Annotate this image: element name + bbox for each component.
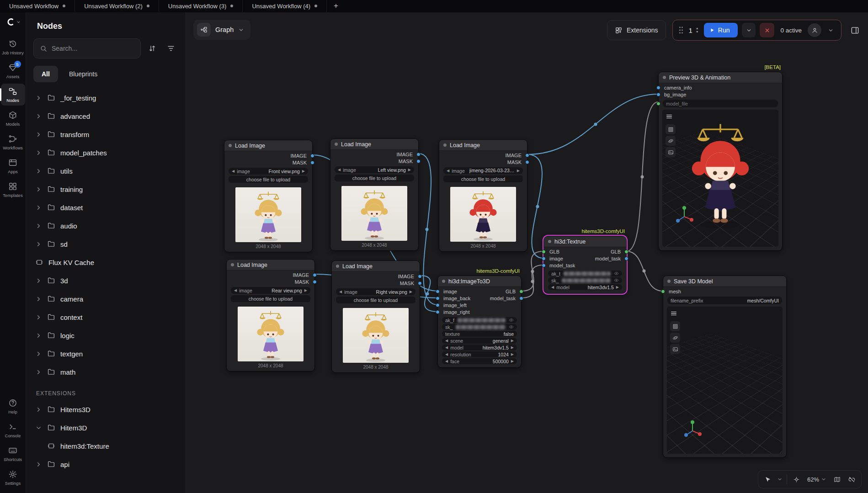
node-preview-3d[interactable]: [BETA] Preview 3D & Animation camera_inf… — [658, 72, 783, 251]
3d-viewport[interactable] — [667, 307, 783, 454]
eye-icon[interactable] — [509, 324, 514, 329]
node-header[interactable]: Load Image — [227, 260, 314, 270]
combo-prev-icon[interactable]: ◀ — [445, 352, 448, 356]
texture-toggle-widget[interactable]: texturefalse — [442, 331, 517, 337]
combo-next-icon[interactable]: ▶ — [511, 352, 514, 356]
image-combo-widget[interactable]: ◀imageFront view.png▶ — [229, 168, 308, 175]
app-logo[interactable] — [5, 17, 21, 27]
collapse-dot-icon[interactable] — [548, 240, 551, 243]
grid-toggle-button[interactable] — [666, 124, 676, 134]
tab-workflow-2[interactable]: Unsaved Workflow (2) — [75, 0, 159, 12]
input-pin-image[interactable] — [436, 289, 440, 293]
combo-next-icon[interactable]: ▶ — [616, 285, 619, 289]
combo-prev-icon[interactable]: ◀ — [551, 285, 554, 289]
node-header[interactable]: Save 3D Model — [663, 276, 786, 287]
tree-item-api[interactable]: api — [31, 455, 181, 473]
collapse-dot-icon[interactable] — [335, 143, 338, 146]
rail-item-templates[interactable]: Templates — [1, 179, 25, 201]
output-pin-glb[interactable] — [624, 249, 628, 254]
node-load-image-right[interactable]: Load Image IMAGE MASK ◀imageRight view.p… — [331, 260, 420, 373]
fit-view-button[interactable] — [790, 472, 804, 486]
search-box[interactable] — [33, 38, 141, 58]
tree-item-textgen[interactable]: textgen — [31, 345, 181, 363]
input-pin-image-left[interactable] — [436, 303, 440, 307]
node-load-image-left[interactable]: Load Image IMAGE MASK ◀imageLeft view.pn… — [330, 138, 419, 251]
orbit-button[interactable] — [670, 333, 680, 343]
rail-item-settings[interactable]: Settings — [1, 466, 25, 488]
tree-item-sd[interactable]: sd — [31, 235, 181, 253]
tab-all[interactable]: All — [33, 66, 58, 82]
node-header[interactable]: hi3d:ImageTo3D — [438, 276, 521, 287]
viewport-menu-icon[interactable] — [666, 113, 673, 120]
collapse-dot-icon[interactable] — [443, 143, 447, 147]
combo-next-icon[interactable]: ▶ — [511, 359, 514, 363]
extensions-button[interactable]: Extensions — [607, 20, 666, 40]
new-workflow-button[interactable]: + — [327, 0, 345, 12]
upload-button[interactable]: choose file to upload — [443, 175, 523, 182]
tree-item-for-testing[interactable]: _for_testing — [31, 89, 181, 107]
collapse-dot-icon[interactable] — [442, 280, 445, 283]
combo-next-icon[interactable]: ▶ — [511, 345, 514, 350]
eye-icon[interactable] — [614, 278, 619, 283]
output-pin-image[interactable] — [310, 154, 314, 158]
output-pin-mask[interactable] — [313, 280, 317, 284]
axis-gizmo[interactable] — [682, 419, 703, 441]
combo-next-icon[interactable]: ▶ — [511, 339, 514, 343]
tree-item-advanced[interactable]: advanced — [31, 107, 181, 125]
rail-item-models[interactable]: Models — [1, 107, 25, 129]
node-load-image-jimeng[interactable]: Load Image IMAGE MASK ◀imagejimeng-2026-… — [439, 139, 527, 252]
output-pin-mask[interactable] — [418, 281, 422, 285]
image-preview[interactable] — [235, 187, 301, 242]
sort-button[interactable] — [144, 39, 160, 58]
tree-item-training[interactable]: training — [31, 180, 181, 198]
ak-secret-widget[interactable]: ak_t — [548, 270, 622, 276]
rail-item-job-history[interactable]: Job History — [1, 36, 25, 58]
minimap-button[interactable] — [830, 472, 844, 486]
collapse-dot-icon[interactable] — [336, 265, 339, 268]
filter-button[interactable] — [163, 39, 178, 58]
output-pin-mask[interactable] — [416, 159, 421, 163]
node-header[interactable]: Load Image — [330, 139, 418, 150]
zoom-level-button[interactable]: 62% — [804, 472, 829, 486]
face-combo-widget[interactable]: ◀face500000▶ — [442, 358, 517, 364]
cancel-button[interactable] — [760, 23, 774, 37]
node-header[interactable]: Load Image — [224, 140, 312, 151]
batch-count-stepper[interactable]: 1 ▲▼ — [688, 27, 700, 34]
combo-next-icon[interactable]: ▶ — [302, 169, 305, 173]
output-pin-image[interactable] — [418, 274, 422, 278]
user-menu-button[interactable] — [808, 23, 821, 37]
resolution-combo-widget[interactable]: ◀resolution1024▶ — [442, 351, 517, 357]
scene-combo-widget[interactable]: ◀scenegeneral▶ — [442, 338, 517, 344]
node-header[interactable]: Load Image — [439, 140, 527, 151]
eye-icon[interactable] — [509, 318, 514, 323]
image-combo-widget[interactable]: ◀imageLeft view.png▶ — [335, 166, 414, 173]
input-pin-camera-info[interactable] — [656, 85, 660, 90]
tab-workflow-3[interactable]: Unsaved Workflow (3) — [159, 0, 243, 12]
image-combo-widget[interactable]: ◀imageRight view.png▶ — [336, 288, 415, 295]
collapse-dot-icon[interactable] — [231, 263, 234, 266]
tab-blueprints[interactable]: Blueprints — [61, 66, 106, 82]
tree-item-transform[interactable]: transform — [31, 125, 181, 143]
combo-prev-icon[interactable]: ◀ — [234, 288, 237, 292]
node-header[interactable]: Preview 3D & Animation — [659, 72, 782, 83]
upload-button[interactable]: choose file to upload — [231, 295, 310, 302]
combo-prev-icon[interactable]: ◀ — [447, 169, 449, 173]
upload-button[interactable]: choose file to upload — [229, 176, 308, 183]
tree-item-model-patches[interactable]: model_patches — [31, 143, 181, 162]
tree-item-logic[interactable]: logic — [31, 326, 181, 345]
filename-prefix-widget[interactable]: filename_prefixmesh/ComfyUI — [667, 297, 782, 304]
sk-secret-widget[interactable]: sk_ — [548, 277, 622, 283]
user-menu-chevron[interactable] — [825, 27, 836, 33]
model-combo-widget[interactable]: ◀modelhitem3dv1.5▶ — [442, 345, 517, 350]
combo-prev-icon[interactable]: ◀ — [232, 169, 234, 173]
drag-handle-icon[interactable] — [678, 26, 684, 34]
axis-gizmo[interactable] — [673, 205, 695, 227]
input-pin-model-task[interactable] — [542, 263, 546, 267]
grid-toggle-button[interactable] — [670, 321, 680, 331]
output-pin-model-task[interactable] — [624, 256, 628, 260]
run-button[interactable]: Run — [704, 23, 738, 37]
tree-item-utils[interactable]: utils — [31, 162, 181, 180]
output-pin-image[interactable] — [416, 152, 421, 156]
graph-canvas[interactable]: Graph Extensions 1 ▲▼ — [186, 12, 868, 493]
node-hi3d-imageto3d[interactable]: hitems3D-comfyUI hi3d:ImageTo3D imageGLB… — [437, 276, 522, 368]
